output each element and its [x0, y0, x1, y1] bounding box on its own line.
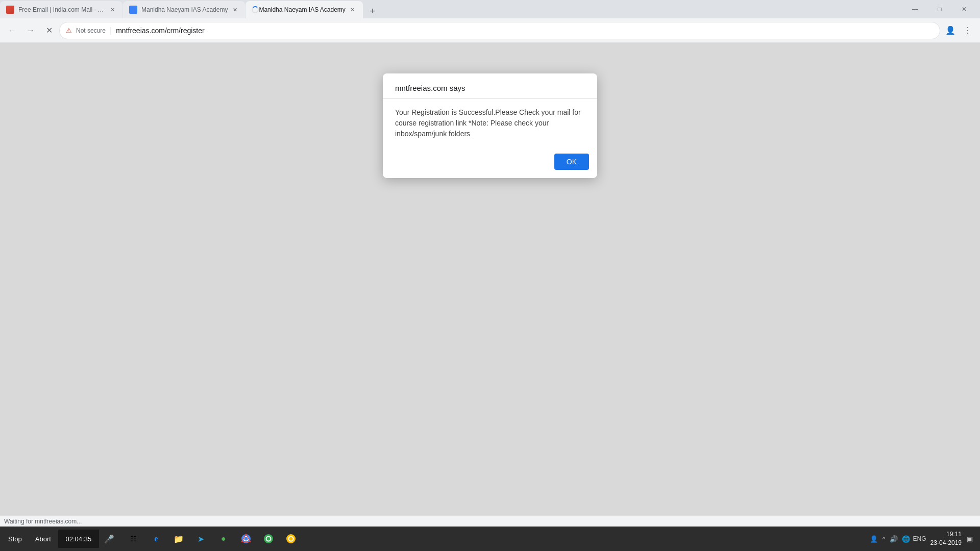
notification-icon[interactable]: ▣ [966, 534, 974, 544]
browser-frame: Free Email | India.com Mail - An... ✕ Ma… [0, 0, 980, 551]
taskview-button[interactable]: ☷ [124, 529, 144, 549]
address-bar[interactable]: ⚠ Not secure | mntfreeias.com/crm/regist… [59, 22, 940, 39]
chrome-icon[interactable] [236, 529, 256, 549]
dialog-title: mntfreeias.com says [383, 73, 597, 99]
dialog-box: mntfreeias.com says Your Registration is… [383, 73, 597, 178]
ie-icon[interactable]: e [146, 529, 166, 549]
tab-1-favicon [6, 6, 14, 14]
tab-3[interactable]: Manidha Naeyam IAS Academy ✕ [246, 1, 362, 18]
time-display: 19:11 [930, 530, 962, 539]
ok-button[interactable]: OK [554, 154, 589, 170]
stop-button[interactable]: Stop [2, 530, 28, 548]
file-explorer-icon[interactable]: 📁 [168, 529, 189, 549]
abort-button[interactable]: Abort [29, 530, 57, 548]
maximize-button[interactable]: □ [928, 1, 951, 17]
tab-2-favicon [129, 6, 137, 14]
system-tray: 👤 ^ 🔊 🌐 ENG [869, 534, 926, 544]
chrome2-icon[interactable] [258, 529, 279, 549]
tab-2[interactable]: Manidha Naeyam IAS Academy ✕ [123, 1, 245, 18]
tab-1-title: Free Email | India.com Mail - An... [18, 6, 105, 13]
clock-display: 19:11 23-04-2019 [930, 530, 962, 547]
nav-bar: ← → ✕ ⚠ Not secure | mntfreeias.com/crm/… [0, 18, 980, 43]
lock-icon: ⚠ [66, 27, 72, 34]
taskbar-apps: ☷ e 📁 ➤ ● [124, 529, 301, 549]
address-separator: | [110, 26, 112, 35]
language-label: ENG [913, 535, 926, 542]
network-icon[interactable]: 🌐 [901, 534, 911, 544]
tabs-container: Free Email | India.com Mail - An... ✕ Ma… [0, 0, 899, 18]
svg-point-2 [244, 537, 248, 541]
title-bar-controls: — □ ✕ [899, 1, 980, 17]
url-display[interactable]: mntfreeias.com/crm/register [116, 27, 934, 35]
svg-point-5 [266, 537, 270, 541]
not-secure-label: Not secure [76, 27, 106, 34]
more-button[interactable]: ⋮ [960, 22, 976, 39]
date-display: 23-04-2019 [930, 539, 962, 547]
app5-icon[interactable]: ● [213, 529, 234, 549]
tab-3-spinner [252, 6, 259, 13]
mic-icon[interactable]: 🎤 [100, 530, 118, 548]
nav-actions: 👤 ⋮ [942, 22, 976, 39]
svg-point-8 [289, 537, 292, 541]
title-bar: Free Email | India.com Mail - An... ✕ Ma… [0, 0, 980, 18]
tab-1-close[interactable]: ✕ [108, 6, 116, 14]
minimize-button[interactable]: — [903, 1, 927, 17]
dialog-actions: OK [383, 149, 597, 178]
tab-1[interactable]: Free Email | India.com Mail - An... ✕ [0, 1, 122, 18]
back-button[interactable]: ← [4, 22, 20, 39]
page-content: mntfreeias.com says Your Registration is… [0, 43, 980, 515]
accounts-button[interactable]: 👤 [942, 22, 959, 39]
telegram-icon[interactable]: ➤ [191, 529, 211, 549]
close-button[interactable]: ✕ [952, 1, 976, 17]
taskbar: Stop Abort 02:04:35 🎤 ☷ e 📁 ➤ ● [0, 527, 980, 551]
forward-button[interactable]: → [22, 22, 39, 39]
tab-3-title: Manidha Naeyam IAS Academy [259, 6, 345, 13]
tab-2-close[interactable]: ✕ [231, 6, 239, 14]
new-tab-button[interactable]: + [365, 4, 380, 18]
person-icon[interactable]: 👤 [869, 534, 879, 544]
reload-button[interactable]: ✕ [41, 22, 57, 39]
taskbar-right: 👤 ^ 🔊 🌐 ENG 19:11 23-04-2019 ▣ [869, 530, 978, 547]
chrome3-icon[interactable] [281, 529, 301, 549]
volume-icon[interactable]: 🔊 [889, 534, 899, 544]
dialog-message: Your Registration is Successful.Please C… [383, 99, 597, 149]
dialog-overlay: mntfreeias.com says Your Registration is… [0, 43, 980, 515]
tab-2-title: Manidha Naeyam IAS Academy [141, 6, 228, 13]
timer-display: 02:04:35 [58, 530, 99, 548]
tab-3-close[interactable]: ✕ [349, 6, 357, 14]
status-bar: Waiting for mntfreeias.com... [0, 515, 980, 527]
status-text: Waiting for mntfreeias.com... [4, 518, 82, 525]
chevron-up-icon[interactable]: ^ [881, 534, 886, 544]
